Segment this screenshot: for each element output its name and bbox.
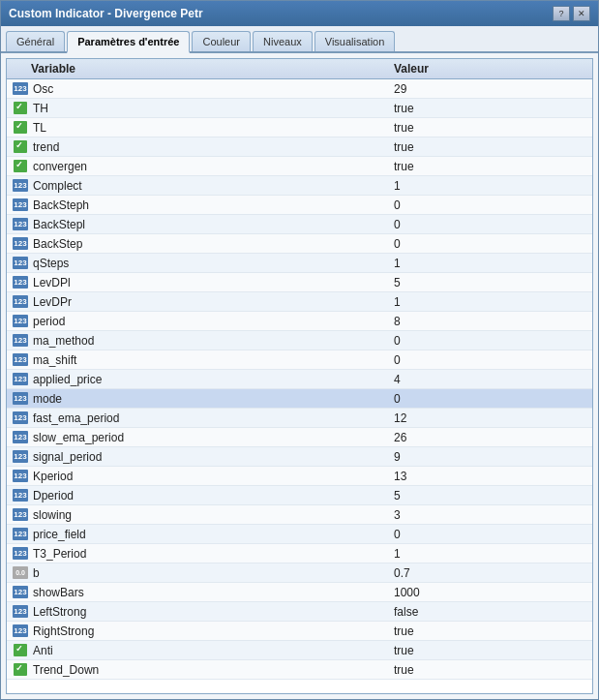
variable-name: LevDPl: [33, 276, 394, 289]
variable-value: true: [394, 644, 587, 657]
int-icon: 123: [13, 431, 28, 443]
variable-name: Trend_Down: [33, 663, 394, 677]
tab-parametres[interactable]: Paramètres d'entrée: [67, 31, 190, 53]
table-row[interactable]: 123ma_shift0: [7, 350, 592, 370]
close-button[interactable]: ✕: [573, 6, 590, 21]
table-row[interactable]: TLtrue: [7, 118, 592, 137]
int-icon: 123: [13, 547, 28, 560]
table-row[interactable]: 123Complect1: [7, 176, 592, 196]
variable-name: Anti: [33, 644, 394, 657]
variable-name: BackSteph: [33, 198, 394, 212]
table-row[interactable]: 123Osc29: [7, 79, 592, 99]
variable-name: convergen: [33, 160, 394, 173]
variable-value: 13: [394, 470, 587, 483]
table-row[interactable]: 123qSteps1: [7, 254, 592, 273]
int-icon: 123: [13, 624, 28, 637]
variable-value: true: [394, 140, 587, 154]
variable-name: BackStep: [33, 237, 394, 251]
variable-name: Kperiod: [33, 470, 394, 483]
variable-name: b: [33, 566, 394, 580]
table-row[interactable]: 123slow_ema_period26: [7, 428, 592, 447]
table-row[interactable]: 123price_field0: [7, 525, 592, 544]
variable-value: 1: [394, 295, 587, 309]
table-scroll[interactable]: 123Osc29THtrueTLtruetrendtrueconvergentr…: [7, 79, 592, 693]
table-row[interactable]: trendtrue: [7, 137, 592, 157]
col-variable-header: Variable: [12, 62, 394, 76]
table-row[interactable]: 123RightStrongtrue: [7, 622, 592, 641]
table-row[interactable]: 123mode0: [7, 389, 592, 409]
int-icon: 123: [13, 218, 28, 230]
table-row[interactable]: 123Dperiod5: [7, 486, 592, 505]
int-icon: 123: [13, 198, 28, 211]
table-row[interactable]: 123T3_Period1: [7, 544, 592, 563]
table-row[interactable]: 123BackSteph0: [7, 196, 592, 215]
table-row[interactable]: 123BackStepl0: [7, 215, 592, 234]
tab-visualisation[interactable]: Visualisation: [314, 31, 396, 51]
variable-name: price_field: [33, 528, 394, 541]
variable-name: ma_shift: [33, 353, 394, 367]
variable-value: 29: [394, 82, 587, 96]
variable-name: period: [33, 315, 394, 328]
variable-value: 0: [394, 218, 587, 231]
table-row[interactable]: 0.0b0.7: [7, 563, 592, 583]
variable-name: trend: [33, 140, 394, 154]
table-row[interactable]: convergentrue: [7, 157, 592, 176]
table-row[interactable]: 123applied_price4: [7, 370, 592, 389]
int-icon: 123: [13, 508, 28, 521]
variable-value: 1: [394, 257, 587, 270]
variable-value: 0: [394, 392, 587, 406]
variable-value: true: [394, 663, 587, 677]
row-type-icon: 123: [12, 431, 29, 444]
bool-icon: [14, 644, 27, 656]
int-icon: 123: [13, 237, 28, 250]
table-row[interactable]: 123Kperiod13: [7, 467, 592, 486]
col-value-header: Valeur: [394, 62, 587, 76]
int-icon: 123: [13, 528, 28, 540]
row-type-icon: 123: [12, 257, 29, 270]
row-type-icon: [12, 140, 29, 154]
table-row[interactable]: 123LevDPl5: [7, 273, 592, 292]
table-row[interactable]: 123signal_period9: [7, 447, 592, 467]
variable-name: signal_period: [33, 450, 394, 464]
row-type-icon: 123: [12, 315, 29, 328]
variable-value: false: [394, 605, 587, 619]
int-icon: 123: [13, 489, 28, 502]
table-row[interactable]: 123ma_method0: [7, 331, 592, 350]
table-row[interactable]: 123showBars1000: [7, 583, 592, 602]
int-icon: 123: [13, 586, 28, 598]
variable-value: 0: [394, 237, 587, 251]
variable-name: BackStepl: [33, 218, 394, 231]
table-row[interactable]: 123LevDPr1: [7, 292, 592, 312]
tab-general[interactable]: Général: [6, 31, 65, 51]
table-row[interactable]: 123fast_ema_period12: [7, 409, 592, 428]
variable-name: Complect: [33, 179, 394, 193]
table-row[interactable]: Antitrue: [7, 641, 592, 660]
variable-name: LeftStrong: [33, 605, 394, 619]
int-icon: 123: [13, 179, 28, 192]
table-row[interactable]: Trend_Downtrue: [7, 660, 592, 680]
table-row[interactable]: THtrue: [7, 99, 592, 118]
table-row[interactable]: 123LeftStrongfalse: [7, 602, 592, 622]
tab-niveaux[interactable]: Niveaux: [253, 31, 313, 51]
row-type-icon: [12, 663, 29, 677]
int-icon: 123: [13, 82, 28, 95]
table-row[interactable]: 123slowing3: [7, 505, 592, 525]
int-icon: 123: [13, 295, 28, 308]
tab-couleur[interactable]: Couleur: [192, 31, 251, 51]
row-type-icon: 123: [12, 237, 29, 251]
title-bar-buttons: ? ✕: [553, 6, 590, 21]
table-row[interactable]: 123BackStep0: [7, 234, 592, 254]
variable-name: applied_price: [33, 373, 394, 386]
row-type-icon: 123: [12, 547, 29, 561]
variable-value: 4: [394, 373, 587, 386]
row-type-icon: [12, 102, 29, 115]
int-icon: 123: [13, 411, 28, 424]
int-icon: 123: [13, 257, 28, 269]
table-row[interactable]: 123period8: [7, 312, 592, 331]
table-header: Variable Valeur: [7, 59, 592, 79]
variable-value: true: [394, 160, 587, 173]
help-button[interactable]: ?: [553, 6, 570, 21]
int-icon: 123: [13, 315, 28, 327]
bool-icon: [14, 121, 27, 134]
variable-value: 0: [394, 528, 587, 541]
